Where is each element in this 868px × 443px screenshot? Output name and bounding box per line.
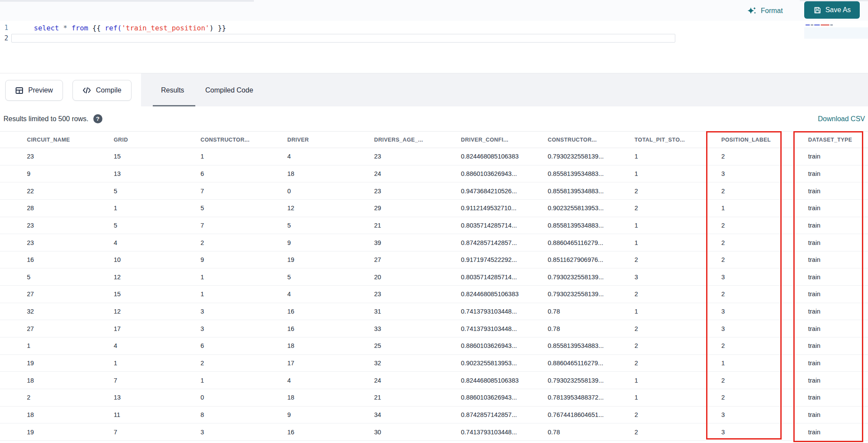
cell-driver: 16 [260, 303, 347, 320]
cell-circuit-name: 27 [0, 320, 87, 337]
save-as-button-label: Save As [825, 6, 851, 14]
sql-editor-panel: Format Save As 1 select*from{{ref('train… [0, 0, 868, 73]
cell-drivers-age: 34 [347, 407, 434, 423]
cell-dataset-type: train [781, 407, 868, 423]
cell-driver: 18 [260, 165, 347, 182]
sql-keyword-from: from [72, 24, 89, 32]
line-number-2: 2 [0, 34, 8, 42]
cell-grid: 15 [87, 286, 174, 303]
download-csv-link[interactable]: Download CSV [818, 106, 865, 131]
cell-driver: 9 [260, 407, 347, 423]
cell-driver-confidence: 0.9473684210526... [434, 182, 521, 199]
cell-driver-confidence: 0.9112149532710... [434, 200, 521, 217]
cell-driver: 16 [260, 320, 347, 337]
results-info-bar: Results limited to 500 rows. ? Download … [0, 106, 868, 131]
cell-driver-confidence: 0.8860103626943... [434, 389, 521, 406]
preview-button[interactable]: Preview [5, 80, 63, 101]
cell-constructor: 1 [174, 372, 260, 389]
cell-driver-confidence: 0.824468085106383 [434, 286, 521, 303]
compile-button[interactable]: Compile [72, 80, 132, 101]
table-row: 32 12 3 16 31 0.7413793103448... 0.78 1 … [0, 303, 868, 321]
tab-compiled-code[interactable]: Compiled Code [205, 73, 253, 107]
cell-grid: 7 [87, 423, 174, 440]
cell-position-label: 3 [694, 423, 781, 440]
cell-drivers-age: 21 [347, 217, 434, 234]
table-row: 23 4 2 9 39 0.8742857142857... 0.8860465… [0, 234, 868, 251]
cell-position-label: 3 [694, 268, 781, 285]
cell-constructor-confidence: 0.8558139534883... [521, 337, 608, 354]
cell-constructor-confidence: 0.8558139534883... [521, 165, 608, 182]
cell-position-label: 3 [694, 165, 781, 182]
cell-drivers-age: 24 [347, 165, 434, 182]
cell-position-label: 2 [694, 182, 781, 199]
cell-driver: 17 [260, 355, 347, 372]
cell-constructor-confidence: 0.8860465116279... [521, 355, 608, 372]
cell-grid: 13 [87, 165, 174, 182]
sql-star: * [63, 24, 67, 32]
column-header: GRID [87, 132, 174, 148]
help-icon[interactable]: ? [93, 114, 102, 123]
cell-total-pit-stops: 2 [608, 286, 694, 303]
cell-constructor: 2 [174, 234, 260, 251]
format-button[interactable]: Format [747, 3, 783, 18]
active-line-selection-box[interactable] [11, 34, 675, 43]
cell-total-pit-stops: 2 [608, 337, 694, 354]
cell-drivers-age: 21 [347, 389, 434, 406]
cell-drivers-age: 23 [347, 148, 434, 165]
cell-driver: 4 [260, 148, 347, 165]
save-as-button[interactable]: Save As [804, 1, 860, 19]
cell-circuit-name: 32 [0, 303, 87, 320]
cell-drivers-age: 31 [347, 303, 434, 320]
cell-grid: 13 [87, 389, 174, 406]
compile-button-label: Compile [96, 86, 122, 94]
cell-total-pit-stops: 1 [608, 372, 694, 389]
code-line-2[interactable]: 2 [0, 33, 864, 43]
preview-button-label: Preview [28, 86, 53, 94]
cell-circuit-name: 19 [0, 355, 87, 372]
cell-constructor: 9 [174, 251, 260, 268]
table-row: 19 1 2 17 32 0.9023255813953... 0.886046… [0, 355, 868, 372]
cell-constructor-confidence: 0.8558139534883... [521, 217, 608, 234]
cell-dataset-type: train [781, 251, 868, 268]
cell-position-label: 2 [694, 217, 781, 234]
cell-driver: 4 [260, 286, 347, 303]
jinja-brace-close: }} [218, 24, 226, 32]
cell-constructor-confidence: 0.8860465116279... [521, 234, 608, 251]
cell-constructor-confidence: 0.9023255813953... [521, 200, 608, 217]
cell-dataset-type: train [781, 389, 868, 406]
cell-drivers-age: 29 [347, 200, 434, 217]
cell-drivers-age: 39 [347, 234, 434, 251]
cell-dataset-type: train [781, 200, 868, 217]
code-line-1-text[interactable]: select*from{{ref('train_test_position')}… [34, 24, 226, 32]
cell-drivers-age: 30 [347, 423, 434, 440]
cell-dataset-type: train [781, 217, 868, 234]
cell-grid: 12 [87, 268, 174, 285]
cell-driver: 18 [260, 337, 347, 354]
column-header: DRIVER_CONFI... [434, 132, 521, 148]
sql-string-literal: 'train_test_position' [122, 24, 209, 32]
cell-position-label: 1 [694, 355, 781, 372]
cell-position-label: 2 [694, 372, 781, 389]
tab-results[interactable]: Results [161, 73, 184, 107]
cell-driver-confidence: 0.7413793103448... [434, 303, 521, 320]
cell-constructor: 1 [174, 148, 260, 165]
code-icon [82, 86, 91, 94]
cell-dataset-type: train [781, 355, 868, 372]
cell-dataset-type: train [781, 423, 868, 440]
jinja-ref-function: ref( [105, 24, 122, 32]
code-editor[interactable]: 1 select*from{{ref('train_test_position'… [0, 23, 864, 43]
cell-driver: 9 [260, 234, 347, 251]
cell-total-pit-stops: 2 [608, 423, 694, 440]
cell-position-label: 2 [694, 337, 781, 354]
cell-total-pit-stops: 1 [608, 303, 694, 320]
cell-grid: 5 [87, 182, 174, 199]
results-table: CIRCUIT_NAMEGRIDCONSTRUCTOR...DRIVERDRIV… [0, 131, 868, 441]
cell-total-pit-stops: 2 [608, 182, 694, 199]
cell-driver-confidence: 0.8035714285714... [434, 268, 521, 285]
cell-total-pit-stops: 2 [608, 355, 694, 372]
line-number-1: 1 [0, 24, 8, 32]
code-line-1[interactable]: 1 select*from{{ref('train_test_position'… [0, 23, 864, 33]
jinja-brace-open: {{ [92, 24, 101, 32]
table-row: 18 11 8 9 34 0.8742857142857... 0.767441… [0, 407, 868, 424]
cell-total-pit-stops: 1 [608, 389, 694, 406]
